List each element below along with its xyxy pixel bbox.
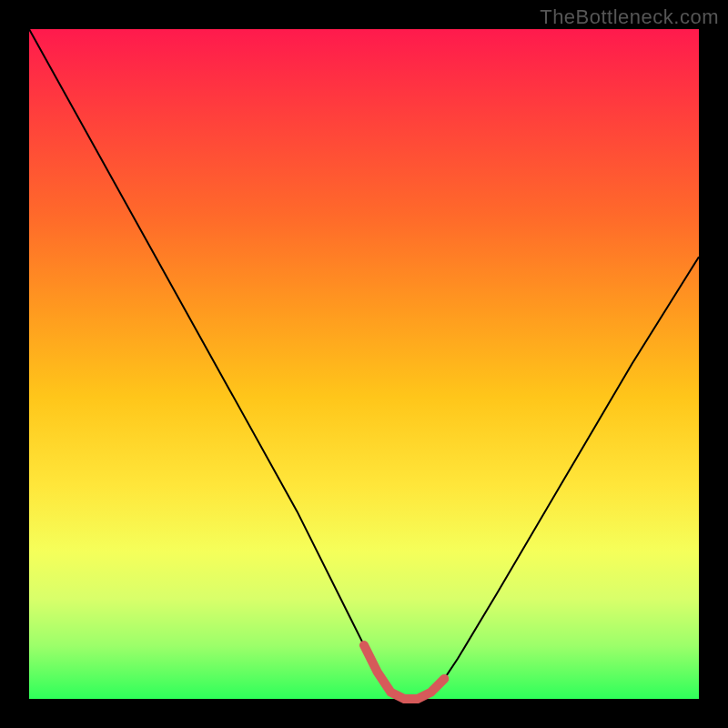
chart-frame: TheBottleneck.com	[0, 0, 728, 728]
watermark-text: TheBottleneck.com	[540, 5, 719, 29]
plot-area	[29, 29, 699, 699]
optimal-range-highlight	[364, 645, 444, 699]
bottleneck-curve	[29, 29, 699, 699]
curve-svg	[29, 29, 699, 699]
